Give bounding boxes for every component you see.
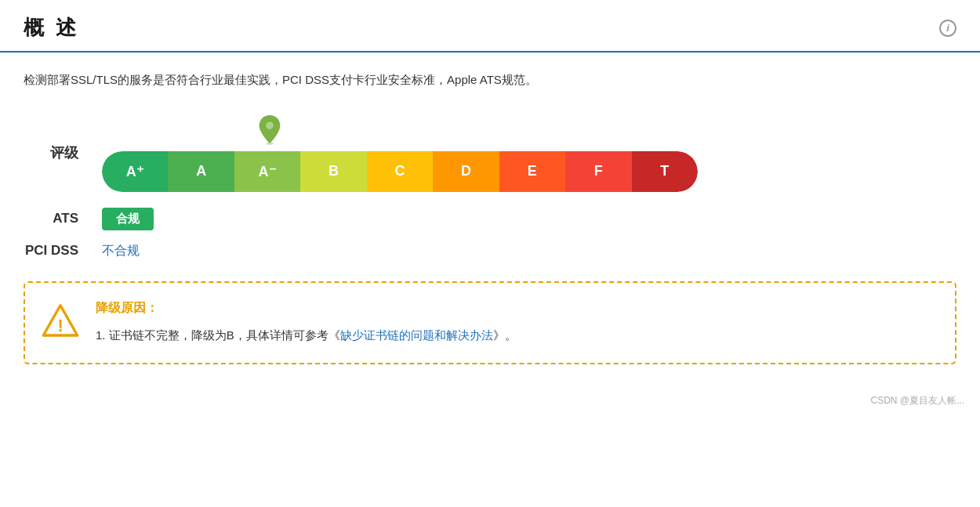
rating-section: 评级 A⁺AA⁻BCDEFT — [24, 114, 956, 192]
warning-box: ! 降级原因： 1. 证书链不完整，降级为B，具体详情可参考《缺少证书链的问题和… — [24, 281, 956, 364]
rating-label: 评级 — [24, 143, 102, 162]
header: 概 述 i — [0, 0, 980, 53]
description: 检测部署SSL/TLS的服务是否符合行业最佳实践，PCI DSS支付卡行业安全标… — [0, 53, 980, 98]
ats-row: ATS 合规 — [24, 208, 956, 230]
pin-icon — [257, 114, 282, 145]
page-title: 概 述 — [24, 14, 79, 42]
rating-segment-T: T — [632, 151, 698, 192]
rating-segment-B: B — [300, 151, 366, 192]
rating-bar: A⁺AA⁻BCDEFT — [102, 151, 698, 192]
rating-segment-A: A⁺ — [102, 151, 168, 192]
svg-text:!: ! — [57, 316, 63, 335]
rating-segment-A: A⁻ — [234, 151, 300, 192]
pcidss-label: PCI DSS — [24, 243, 102, 259]
info-icon[interactable]: i — [939, 20, 956, 37]
rating-segment-A: A — [168, 151, 234, 192]
rating-pointer — [257, 114, 282, 148]
watermark: CSDN @夏目友人帐... — [0, 388, 980, 412]
warning-link[interactable]: 缺少证书链的问题和解决办法 — [340, 328, 493, 342]
warning-icon-container: ! — [41, 300, 80, 339]
svg-point-1 — [266, 121, 274, 129]
warning-text-after: 》。 — [493, 328, 517, 342]
warning-triangle-icon: ! — [41, 302, 80, 337]
warning-content: 降级原因： 1. 证书链不完整，降级为B，具体详情可参考《缺少证书链的问题和解决… — [96, 300, 933, 346]
rating-segment-E: E — [499, 151, 565, 192]
warning-title: 降级原因： — [96, 300, 933, 317]
pcidss-row: PCI DSS 不合规 — [24, 243, 956, 259]
warning-text: 1. 证书链不完整，降级为B，具体详情可参考《缺少证书链的问题和解决办法》。 — [96, 324, 933, 346]
page-container: 概 述 i 检测部署SSL/TLS的服务是否符合行业最佳实践，PCI DSS支付… — [0, 0, 980, 412]
warning-text-before: 1. 证书链不完整，降级为B，具体详情可参考《 — [96, 328, 340, 342]
rating-segment-D: D — [433, 151, 499, 192]
rating-bar-wrapper: A⁺AA⁻BCDEFT — [102, 114, 698, 192]
description-text: 检测部署SSL/TLS的服务是否符合行业最佳实践，PCI DSS支付卡行业安全标… — [24, 73, 537, 86]
rating-segment-C: C — [367, 151, 433, 192]
pcidss-status[interactable]: 不合规 — [102, 243, 140, 259]
main-content: 评级 A⁺AA⁻BCDEFT ATS 合规 — [0, 98, 980, 388]
ats-label: ATS — [24, 211, 102, 226]
rating-segment-F: F — [565, 151, 631, 192]
ats-status-badge: 合规 — [102, 208, 154, 230]
